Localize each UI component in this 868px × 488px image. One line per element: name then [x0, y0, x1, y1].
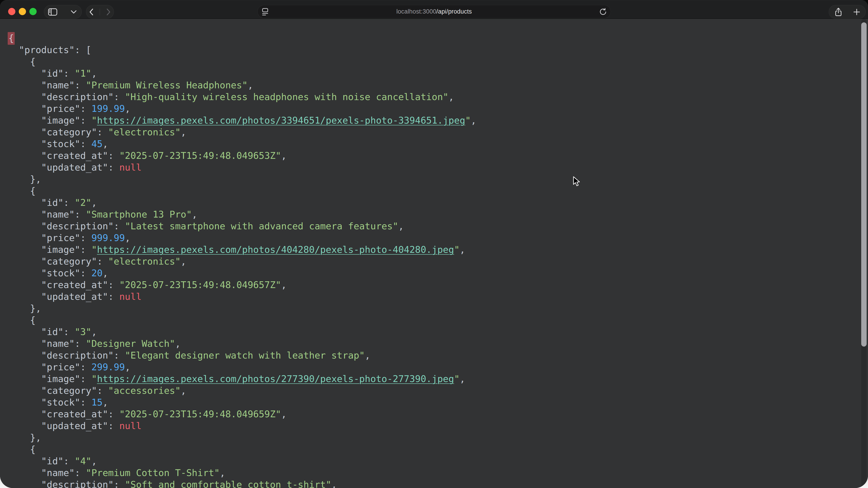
page-settings-button[interactable] [262, 8, 269, 15]
code-line: "description": "Elegant designer watch w… [8, 350, 855, 361]
code-token: , [175, 338, 181, 349]
code-line: { [8, 314, 855, 326]
back-button[interactable] [89, 8, 93, 15]
code-token: "image" [41, 244, 80, 255]
code-token: "updated_at" [41, 420, 108, 431]
code-token: "created_at" [41, 280, 108, 290]
reload-button[interactable] [599, 8, 607, 16]
tab-group-dropdown-button[interactable] [71, 10, 76, 14]
code-line: "created_at": "2025-07-23T15:49:48.04965… [8, 279, 855, 291]
page-content: {"products": [{"id": "1","name": "Premiu… [0, 19, 868, 488]
code-token: { [30, 56, 36, 67]
image-url-link[interactable]: https://images.pexels.com/photos/3394651… [97, 115, 465, 126]
code-token: , [365, 350, 370, 361]
code-line: }, [8, 432, 855, 444]
code-line: "stock": 45, [8, 138, 855, 150]
code-token: : [80, 115, 91, 126]
code-token: "name" [41, 80, 74, 91]
code-token: 20 [91, 268, 102, 279]
fullscreen-window-button[interactable] [29, 8, 37, 15]
code-token: : [114, 92, 125, 102]
code-token: "id" [41, 326, 64, 337]
code-token: , [91, 456, 97, 466]
code-token: "electronics" [108, 256, 181, 267]
code-token: "created_at" [41, 409, 108, 420]
code-token: , [91, 68, 97, 79]
code-token: : [80, 373, 91, 384]
share-button[interactable] [834, 7, 842, 17]
chevron-left-icon [89, 8, 93, 15]
code-token: : [74, 338, 86, 349]
code-line: "description": "High-quality wireless he… [8, 91, 855, 103]
address-bar[interactable]: localhost:3000/api/products [257, 5, 611, 18]
code-token: " [465, 115, 471, 126]
code-line: "name": "Premium Cotton T-Shirt", [8, 467, 855, 479]
code-token: "stock" [41, 397, 80, 408]
code-token: : [97, 127, 108, 138]
code-token: "description" [41, 479, 114, 488]
close-window-button[interactable] [8, 8, 16, 15]
code-line: "price": 299.99, [8, 361, 855, 373]
code-token: : [108, 162, 119, 173]
code-token: "products" [19, 44, 74, 55]
code-line: "image": "https://images.pexels.com/phot… [8, 244, 855, 256]
code-line: "stock": 20, [8, 267, 855, 279]
url-path: /api/products [436, 8, 472, 15]
forward-button[interactable] [106, 8, 111, 15]
code-line: "name": "Premium Wireless Headphones", [8, 79, 855, 91]
new-tab-button[interactable] [853, 8, 860, 15]
code-line: "updated_at": null [8, 291, 855, 302]
code-token: "name" [41, 338, 74, 349]
code-token: , [192, 209, 197, 220]
minimize-window-button[interactable] [19, 8, 26, 15]
image-url-link[interactable]: https://images.pexels.com/photos/404280/… [97, 244, 454, 255]
scrollbar-track[interactable] [861, 19, 867, 488]
code-line: "category": "electronics", [8, 256, 855, 267]
code-token: , [281, 409, 287, 420]
code-token: "description" [41, 92, 114, 102]
code-token: null [119, 162, 142, 173]
code-token: , [103, 138, 108, 149]
code-token: "accessories" [108, 385, 181, 396]
code-token: , [103, 268, 108, 279]
code-token: 299.99 [91, 362, 125, 372]
image-url-link[interactable]: https://images.pexels.com/photos/277390/… [97, 373, 454, 384]
code-token: "Premium Cotton T-Shirt" [86, 467, 220, 478]
sidebar-toggle-button[interactable] [48, 8, 57, 15]
scrollbar-thumb[interactable] [861, 22, 867, 347]
code-token: " [91, 373, 97, 384]
code-token: "Premium Wireless Headphones" [86, 80, 248, 91]
code-token: : [108, 291, 119, 302]
code-token: , [460, 373, 465, 384]
code-token: : [ [74, 44, 91, 55]
code-line: "image": "https://images.pexels.com/phot… [8, 115, 855, 126]
code-token: , [448, 92, 454, 102]
code-token: : [80, 244, 91, 255]
code-token: : [108, 150, 119, 161]
code-token: : [97, 385, 108, 396]
code-token: }, [30, 174, 41, 185]
code-line: "image": "https://images.pexels.com/phot… [8, 373, 855, 385]
navigation-button-group [86, 5, 114, 19]
code-line: "price": 999.99, [8, 232, 855, 244]
code-token: : [80, 268, 91, 279]
code-token: "category" [41, 127, 97, 138]
code-line: "id": "4", [8, 455, 855, 467]
code-line: "category": "electronics", [8, 126, 855, 138]
code-token: "2" [74, 197, 91, 208]
code-token: null [119, 291, 142, 302]
code-line: "description": "Latest smartphone with a… [8, 220, 855, 232]
code-token: : [114, 350, 125, 361]
sidebar-panel-icon [48, 8, 57, 15]
plus-icon [853, 8, 860, 15]
code-token: , [181, 256, 186, 267]
browser-toolbar: localhost:3000/api/products [0, 0, 868, 19]
code-token: { [30, 315, 36, 326]
code-token: "stock" [41, 138, 80, 149]
code-token: : [80, 232, 91, 243]
code-token: : [74, 80, 86, 91]
code-token: : [64, 456, 74, 466]
code-token: , [103, 397, 108, 408]
code-token: , [281, 150, 287, 161]
code-line: }, [8, 302, 855, 314]
